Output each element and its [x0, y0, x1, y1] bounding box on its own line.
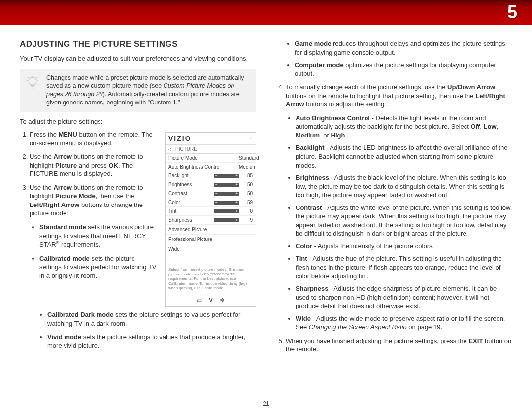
svg-point-0 [29, 77, 36, 85]
osd-row: Color−+59 [166, 198, 256, 207]
osd-row: Picture ModeStandard [166, 154, 256, 163]
osd-row-value: 9 [239, 217, 253, 223]
wide-icon: ▭ [197, 297, 202, 304]
osd-row-label: Contrast [168, 191, 214, 196]
page-number: 21 [0, 400, 532, 407]
tip-box: Changes made while a preset picture mode… [20, 69, 256, 112]
chapter-bar: 5 [0, 0, 532, 25]
osd-nav: ▭ V ✻ [166, 294, 256, 306]
osd-row: Sharpness−+9 [166, 216, 256, 225]
right-column: Game mode reduces throughput delays and … [276, 39, 512, 359]
def-tint: Tint - Adjusts the hue of the picture. T… [296, 254, 512, 280]
vivid-mode: Vivid mode sets the picture settings to … [47, 333, 256, 350]
osd-logo: VIZIO [168, 135, 192, 142]
left-column: ADJUSTING THE PICTURE SETTINGS Your TV d… [20, 39, 256, 359]
slider-icon: −+ [214, 183, 239, 187]
osd-row-label: Brightness [168, 182, 214, 187]
tip-text: Changes made while a preset picture mode… [46, 74, 244, 106]
step-4: To manually change each of the picture s… [286, 83, 512, 332]
osd-row: Tint−+0 [166, 207, 256, 216]
osd-row-label: Sharpness [168, 217, 214, 223]
calibrated-dark-mode: Calibrated Dark mode sets the picture se… [47, 310, 256, 328]
def-backlight: Backlight - Adjusts the LED brightness t… [296, 143, 512, 170]
osd-row-label: Color [168, 200, 214, 205]
step-2: Use the Arrow buttons on the remote to h… [30, 152, 157, 178]
chapter-number: 5 [507, 2, 517, 23]
def-auto-brightness: Auto Brightness Control - Detects the li… [296, 114, 512, 140]
slider-icon: −+ [214, 201, 239, 205]
mode-list-b: Calibrated Dark mode sets the picture se… [20, 310, 256, 350]
standard-mode: Standard mode sets the various picture s… [39, 223, 157, 249]
osd-row-label: Tint [168, 208, 214, 214]
step-5: When you have finished adjusting the pic… [286, 337, 512, 354]
steps-text: Press the MENU button on the remote. The… [20, 130, 157, 307]
settings-defs: Auto Brightness Control - Detects the li… [286, 114, 512, 332]
def-contrast: Contrast - Adjusts the white level of th… [296, 204, 512, 238]
lightbulb-icon [26, 75, 40, 95]
computer-mode: Computer mode optimizes the picture sett… [295, 61, 512, 78]
osd-row: Contrast−+50 [166, 189, 256, 198]
osd-row-label: Backlight [168, 173, 214, 178]
osd-row: Brightness−+50 [166, 180, 256, 189]
slider-icon: −+ [214, 209, 239, 213]
osd-simple-row: Wide [166, 244, 256, 254]
osd-footer-text: Select from preset picture modes. Standa… [166, 264, 256, 294]
osd-row-value: 0 [239, 208, 253, 214]
slider-icon: −+ [214, 218, 239, 222]
slider-icon: −+ [214, 192, 239, 196]
osd-row: Backlight−+85 [166, 171, 256, 180]
intro-paragraph: Your TV display can be adjusted to suit … [20, 54, 256, 63]
game-mode: Game mode reduces throughput delays and … [295, 39, 512, 57]
osd-row-value: 59 [239, 200, 253, 205]
osd-row: Auto Brightness ControlMedium [166, 163, 256, 171]
steps-right: To manually change each of the picture s… [276, 83, 512, 354]
section-title: ADJUSTING THE PICTURE SETTINGS [20, 39, 256, 49]
osd-row-value: 50 [239, 191, 253, 196]
settings-icon: ✻ [220, 297, 225, 304]
v-icon: V [209, 297, 213, 304]
back-icon: ◁ [168, 146, 172, 152]
page-body: ADJUSTING THE PICTURE SETTINGS Your TV d… [0, 25, 532, 359]
def-sharpness: Sharpness - Adjusts the edge sharpness o… [296, 284, 512, 310]
osd-breadcrumb: ◁ PICTURE [166, 145, 256, 154]
osd-row-label: Auto Brightness Control [168, 164, 239, 170]
def-color: Color - Adjusts the intensity of the pic… [296, 242, 512, 251]
def-wide: Wide - Adjusts the wide mode to preserve… [296, 314, 512, 332]
mode-list-c: Game mode reduces throughput delays and … [276, 39, 512, 78]
calibrated-mode: Calibrated mode sets the picture setting… [39, 254, 157, 280]
osd-header: VIZIO ⌂ [166, 133, 256, 145]
osd-simple-row: Professional Picture [166, 235, 256, 244]
osd-row-value: 50 [239, 182, 253, 187]
osd-row-label: Picture Mode [168, 155, 239, 161]
slider-icon: −+ [214, 174, 239, 178]
home-icon: ⌂ [250, 136, 253, 141]
osd-row-value: Standard [239, 155, 253, 161]
steps-area: Press the MENU button on the remote. The… [20, 130, 256, 307]
mode-list-a: Standard mode sets the various picture s… [30, 223, 157, 280]
osd-row-value: Medium [239, 164, 253, 170]
def-brightness: Brightness - Adjusts the black level of … [296, 173, 512, 200]
osd-panel: VIZIO ⌂ ◁ PICTURE Picture ModeStandardAu… [165, 132, 256, 307]
osd-simple-row: Advanced Picture [166, 225, 256, 235]
steps-list: Press the MENU button on the remote. The… [20, 130, 157, 280]
lead-in: To adjust the picture settings: [20, 118, 256, 125]
step-3: Use the Arrow buttons on the remote to h… [30, 183, 157, 280]
osd-row-value: 85 [239, 173, 253, 178]
step-1: Press the MENU button on the remote. The… [30, 130, 157, 147]
